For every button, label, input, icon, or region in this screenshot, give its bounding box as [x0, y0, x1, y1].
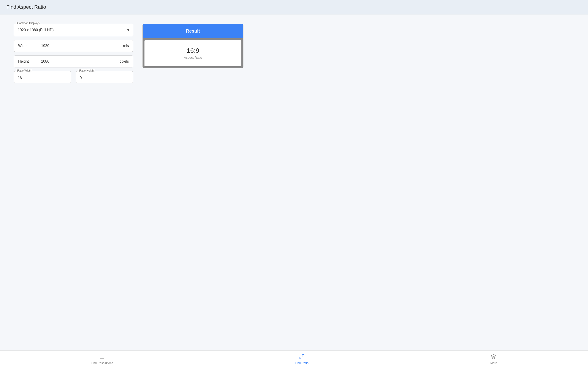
nav-more[interactable]: More: [481, 353, 506, 366]
result-ratio-value: 16:9: [149, 47, 237, 54]
svg-rect-0: [100, 355, 104, 358]
nav-find-resolutions-label: Find Resolutions: [91, 361, 113, 365]
result-header-text: Result: [186, 28, 200, 33]
find-ratio-icon: [299, 354, 304, 360]
find-resolutions-icon: [99, 354, 105, 360]
height-label: Height: [18, 59, 41, 64]
nav-more-label: More: [490, 361, 497, 365]
width-input[interactable]: [41, 44, 120, 48]
height-unit: pixels: [120, 59, 129, 64]
result-header: Result: [143, 24, 243, 38]
nav-find-resolutions[interactable]: Find Resolutions: [82, 353, 122, 366]
left-panel: Common Displays 1920 x 1080 (Full HD)128…: [14, 24, 133, 83]
width-input-row: Width pixels: [14, 40, 133, 52]
ratio-width-field: Ratio Width: [14, 71, 71, 83]
height-input[interactable]: [41, 59, 120, 64]
main-content: Common Displays 1920 x 1080 (Full HD)128…: [0, 15, 588, 350]
ratio-row: Ratio Width Ratio Height: [14, 71, 133, 83]
right-panel: Result 16:9 Aspect Ratio: [142, 24, 243, 68]
nav-find-ratio[interactable]: Find Ratio: [286, 353, 318, 366]
ratio-height-input[interactable]: [80, 75, 129, 80]
bottom-nav: Find Resolutions Find Ratio More: [0, 350, 588, 367]
svg-line-1: [302, 355, 304, 356]
common-displays-select[interactable]: 1920 x 1080 (Full HD)1280 x 720 (HD)3840…: [14, 24, 133, 36]
common-displays-label: Common Displays: [16, 22, 40, 25]
width-unit: pixels: [120, 44, 129, 48]
result-body: 16:9 Aspect Ratio: [145, 40, 242, 66]
ratio-height-field: Ratio Height: [76, 71, 133, 83]
content-layout: Common Displays 1920 x 1080 (Full HD)128…: [14, 24, 574, 83]
ratio-width-label: Ratio Width: [16, 69, 32, 72]
height-input-row: Height pixels: [14, 56, 133, 67]
width-label: Width: [18, 44, 41, 48]
app-header: Find Aspect Ratio: [0, 0, 588, 15]
result-ratio-label: Aspect Ratio: [149, 56, 237, 59]
svg-line-2: [300, 357, 301, 359]
ratio-width-input[interactable]: [18, 75, 67, 80]
result-body-wrapper: 16:9 Aspect Ratio: [143, 38, 243, 68]
page-title: Find Aspect Ratio: [6, 4, 46, 10]
nav-find-ratio-label: Find Ratio: [295, 361, 309, 365]
ratio-height-label: Ratio Height: [78, 69, 95, 72]
common-displays-wrapper: Common Displays 1920 x 1080 (Full HD)128…: [14, 24, 133, 36]
more-icon: [491, 354, 496, 360]
result-card: Result 16:9 Aspect Ratio: [142, 24, 243, 68]
